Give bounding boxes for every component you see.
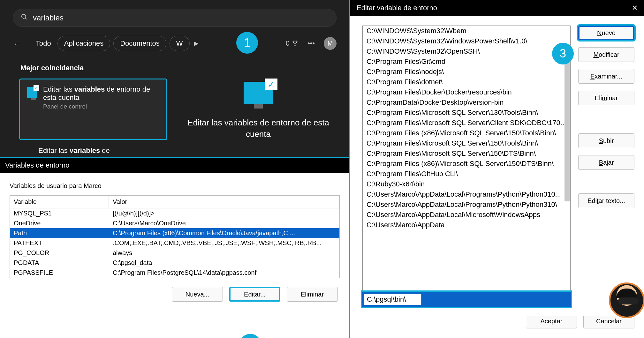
table-row[interactable]: OneDriveC:\Users\Marco\OneDrive [10, 218, 339, 228]
back-arrow-icon[interactable]: ← [13, 39, 21, 49]
step-badge-1: 1 [236, 32, 258, 54]
windows-search-panel: 1 ← Todo Aplicaciones Documentos W ▶ 0 •… [0, 0, 349, 158]
edit-var-button[interactable]: Editar... [229, 287, 280, 302]
scrollbar-thumb[interactable] [564, 61, 570, 201]
step-badge-2: 2 [239, 334, 261, 338]
edit-text-button[interactable]: Editar texto... [578, 193, 634, 208]
new-path-button[interactable]: Nuevo [578, 26, 634, 40]
list-item[interactable]: C:\WINDOWS\System32\WindowsPowerShell\v1… [363, 36, 570, 46]
best-match-label: Mejor coincidencia [20, 64, 329, 72]
browse-path-button[interactable]: Examinar... [578, 69, 634, 84]
edit-dialog-titlebar: Editar variable de entorno ✕ [350, 0, 644, 16]
tab-documentos[interactable]: Documentos [113, 36, 166, 51]
list-item[interactable]: C:\Program Files\Microsoft SQL Server\13… [363, 108, 570, 118]
close-icon[interactable]: ✕ [632, 4, 638, 12]
path-list[interactable]: C:\WINDOWS\System32\WbemC:\WINDOWS\Syste… [362, 26, 571, 307]
search-result-secondary[interactable]: Editar las variables de [38, 146, 349, 155]
list-item[interactable]: C:\Program Files\Microsoft SQL Server\15… [363, 148, 570, 159]
move-down-button[interactable]: Bajar [578, 155, 634, 170]
search-icon [21, 13, 28, 22]
delete-var-button[interactable]: Eliminar [287, 287, 338, 302]
list-item[interactable]: C:\Users\Marco\AppData\Local\Programs\Py… [363, 189, 570, 199]
svg-line-1 [25, 18, 27, 19]
list-item[interactable]: C:\Program Files\Microsoft SQL Server\Cl… [363, 118, 570, 128]
col-variable[interactable]: Variable [10, 196, 109, 208]
path-edit-input[interactable] [364, 294, 421, 305]
list-item[interactable]: C:\ProgramData\DockerDesktop\version-bin [363, 97, 570, 108]
result-subtitle: Panel de control [43, 103, 159, 110]
list-item[interactable]: C:\Program Files\Git\cmd [363, 56, 570, 67]
table-row[interactable]: PGPASSFILEC:\Program Files\PostgreSQL\14… [10, 268, 339, 278]
tab-truncated[interactable]: W [170, 36, 190, 51]
list-item[interactable]: C:\Program Files\Microsoft SQL Server\15… [363, 138, 570, 148]
list-item[interactable]: C:\WINDOWS\System32\Wbem [363, 26, 570, 36]
table-row[interactable]: PG_COLORalways [10, 248, 339, 258]
user-avatar[interactable]: M [324, 37, 337, 50]
search-result-primary[interactable]: ✓ Editar las variables de entorno de est… [19, 79, 167, 140]
path-edit-row[interactable] [361, 290, 572, 308]
table-row[interactable]: PGDATAC:\pgsql_data [10, 258, 339, 268]
table-row[interactable]: MYSQL_PS1[(\u@\h)][(\d)]> [10, 208, 339, 218]
author-avatar [609, 282, 644, 318]
result-title: Editar las variables de entorno de esta … [43, 85, 159, 102]
rewards-score[interactable]: 0 [286, 39, 299, 48]
svg-point-0 [22, 14, 26, 19]
new-var-button[interactable]: Nueva... [172, 287, 223, 302]
list-item[interactable]: C:\Program Files\Docker\Docker\resources… [363, 87, 570, 97]
list-item[interactable]: C:\Program Files\GitHub CLI\ [363, 169, 570, 179]
table-row[interactable]: PATHEXT.COM;.EXE;.BAT;.CMD;.VBS;.VBE;.JS… [10, 238, 339, 248]
list-item[interactable]: C:\Program Files\dotnet\ [363, 77, 570, 87]
edit-env-var-dialog: Editar variable de entorno ✕ 3 C:\WINDOW… [350, 0, 644, 338]
result-preview: ✓ Editar las variables de entorno de est… [167, 79, 349, 140]
delete-path-button[interactable]: Eliminar [578, 91, 634, 105]
tab-aplicaciones[interactable]: Aplicaciones [57, 36, 110, 51]
monitor-settings-icon: ✓ [27, 87, 37, 98]
user-vars-section-label: Variables de usuario para Marco [10, 182, 340, 190]
move-up-button[interactable]: Subir [578, 133, 634, 148]
table-header: Variable Valor [10, 196, 339, 208]
env-vars-dialog: 2 Variables de entorno Variables de usua… [0, 158, 349, 338]
list-item[interactable]: C:\WINDOWS\System32\OpenSSH\ [363, 46, 570, 56]
search-bar[interactable] [13, 9, 337, 27]
search-input[interactable] [33, 13, 329, 22]
list-item[interactable]: C:\Users\Marco\AppData\Local\Microsoft\W… [363, 210, 570, 220]
edit-dialog-title: Editar variable de entorno [357, 4, 437, 12]
search-tabs: ← Todo Aplicaciones Documentos W ▶ 0 •••… [13, 36, 337, 51]
list-item[interactable]: C:\Program Files\nodejs\ [363, 67, 570, 77]
user-vars-table[interactable]: Variable Valor MYSQL_PS1[(\u@\h)][(\d)]>… [10, 195, 340, 278]
list-item[interactable]: C:\Program Files (x86)\Microsoft SQL Ser… [363, 128, 570, 138]
list-item[interactable]: C:\Program Files (x86)\Microsoft SQL Ser… [363, 159, 570, 169]
list-item[interactable]: C:\Ruby30-x64\bin [363, 179, 570, 189]
preview-title: Editar las variables de entorno de esta … [167, 117, 349, 140]
more-options-icon[interactable]: ••• [307, 39, 315, 48]
col-value[interactable]: Valor [109, 196, 339, 208]
tabs-overflow-icon[interactable]: ▶ [194, 40, 199, 47]
monitor-settings-icon-large: ✓ [244, 82, 273, 104]
modify-path-button[interactable]: Modificar [578, 47, 634, 62]
step-badge-3: 3 [552, 43, 574, 64]
list-item[interactable]: C:\Users\Marco\AppData [363, 220, 570, 230]
list-item[interactable]: C:\Users\Marco\AppData\Local\Programs\Py… [363, 199, 570, 210]
dialog-title: Variables de entorno [0, 158, 349, 173]
tab-todo[interactable]: Todo [29, 36, 57, 51]
table-row[interactable]: PathC:\Program Files (x86)\Common Files\… [10, 228, 339, 238]
